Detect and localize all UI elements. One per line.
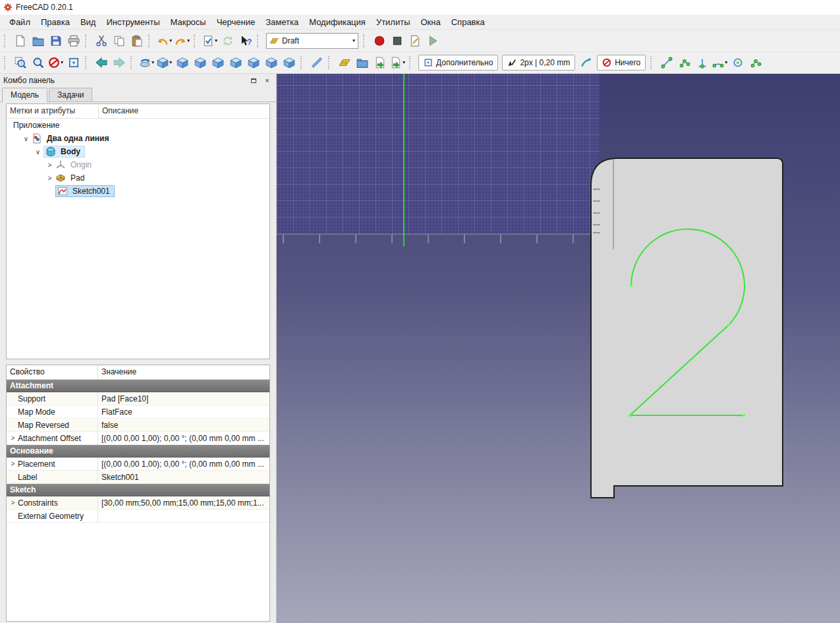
property-section-sketch[interactable]: Sketch bbox=[7, 484, 269, 496]
toolbar-handle[interactable] bbox=[194, 34, 197, 47]
dropdown-chevron-icon[interactable]: ▾ bbox=[215, 38, 217, 44]
snap-endpoint-button[interactable] bbox=[658, 54, 675, 71]
property-row-label[interactable]: Label Sketch001 bbox=[7, 471, 269, 484]
menu-utilities[interactable]: Утилиты bbox=[371, 15, 416, 29]
tree-row-pad[interactable]: > Pad bbox=[7, 171, 269, 185]
toolbar-handle[interactable] bbox=[4, 56, 7, 69]
property-row-map-reversed[interactable]: Map Reversed false bbox=[7, 419, 269, 432]
property-row-external-geometry[interactable]: External Geometry bbox=[7, 510, 269, 523]
open-document-button[interactable] bbox=[29, 32, 47, 49]
menu-annotation[interactable]: Заметка bbox=[260, 15, 304, 29]
tree-row-sketch[interactable]: Sketch001 bbox=[7, 185, 269, 198]
snap-perpendicular-button[interactable] bbox=[693, 54, 711, 71]
toolbar-handle[interactable] bbox=[409, 56, 412, 69]
toolbar-handle[interactable] bbox=[650, 56, 654, 69]
property-value[interactable]: false bbox=[98, 419, 269, 431]
draft-advanced-toggle[interactable]: Дополнительно bbox=[418, 55, 498, 71]
macro-edit-button[interactable] bbox=[406, 32, 424, 49]
dropdown-chevron-icon[interactable]: ▾ bbox=[725, 60, 727, 65]
tree-header-labels[interactable]: Метки и атрибуты bbox=[7, 104, 99, 118]
property-value[interactable]: FlatFace bbox=[98, 405, 269, 418]
3d-viewport[interactable] bbox=[277, 74, 840, 623]
nav-forward-button[interactable] bbox=[110, 54, 128, 71]
tree-row-body[interactable]: ∨ Body bbox=[7, 145, 269, 158]
toolbar-handle[interactable] bbox=[257, 34, 260, 47]
draft-subelement-button[interactable] bbox=[577, 54, 595, 71]
draft-heal-button[interactable] bbox=[371, 54, 389, 71]
snap-arc-button[interactable]: ▾ bbox=[711, 54, 729, 71]
fit-all-button[interactable] bbox=[11, 54, 29, 71]
tree-row-application[interactable]: Приложение bbox=[7, 119, 269, 132]
menu-tools[interactable]: Инструменты bbox=[101, 15, 165, 29]
dropdown-chevron-icon[interactable]: ▾ bbox=[169, 38, 172, 44]
macro-record-button[interactable] bbox=[370, 32, 388, 49]
copy-button[interactable] bbox=[110, 32, 128, 49]
tab-tasks[interactable]: Задачи bbox=[49, 88, 92, 102]
expander-open-icon[interactable]: ∨ bbox=[22, 135, 30, 142]
cut-button[interactable] bbox=[92, 32, 110, 49]
property-row-constraints[interactable]: >Constraints [30,00 mm;50,00 mm;15,00 mm… bbox=[7, 496, 269, 510]
print-button[interactable] bbox=[65, 32, 82, 49]
property-value[interactable]: [(0,00 0,00 1,00); 0,00 °; (0,00 mm 0,00… bbox=[98, 432, 269, 444]
property-row-placement[interactable]: >Placement [(0,00 0,00 1,00); 0,00 °; (0… bbox=[7, 458, 269, 471]
view-right-button[interactable] bbox=[227, 54, 244, 71]
dropdown-chevron-icon[interactable]: ▾ bbox=[169, 60, 172, 65]
menu-file[interactable]: Файл bbox=[4, 15, 36, 29]
snap-midpoint-button[interactable] bbox=[675, 54, 693, 71]
bounding-box-button[interactable] bbox=[65, 54, 82, 71]
expander-closed-icon[interactable]: > bbox=[46, 175, 53, 182]
menu-help[interactable]: Справка bbox=[446, 15, 490, 29]
view-front-button[interactable] bbox=[191, 54, 209, 71]
toolbar-handle[interactable] bbox=[85, 56, 88, 69]
snap-center-button[interactable] bbox=[729, 54, 746, 71]
property-section-attachment[interactable]: Attachment bbox=[7, 380, 269, 392]
property-value[interactable] bbox=[98, 510, 269, 522]
panel-close-button[interactable]: × bbox=[262, 76, 273, 86]
panel-float-button[interactable] bbox=[248, 76, 259, 86]
expander-closed-icon[interactable]: > bbox=[9, 434, 16, 442]
expander-closed-icon[interactable]: > bbox=[9, 499, 16, 506]
redo-button[interactable]: ▾ bbox=[173, 32, 191, 49]
save-button[interactable] bbox=[47, 32, 65, 49]
toolbar-handle[interactable] bbox=[130, 56, 134, 69]
dropdown-chevron-icon[interactable]: ▾ bbox=[61, 60, 63, 65]
menu-windows[interactable]: Окна bbox=[416, 15, 446, 29]
property-value[interactable]: [(0,00 0,00 1,00); 0,00 °; (0,00 mm 0,00… bbox=[98, 458, 269, 470]
undo-button[interactable]: ▾ bbox=[155, 32, 173, 49]
menu-view[interactable]: Вид bbox=[75, 15, 101, 29]
toolbar-handle[interactable] bbox=[363, 34, 366, 47]
nav-back-button[interactable] bbox=[92, 54, 110, 71]
new-document-button[interactable] bbox=[11, 32, 29, 49]
dropdown-chevron-icon[interactable]: ▾ bbox=[187, 38, 190, 44]
paste-button[interactable] bbox=[128, 32, 146, 49]
menu-modification[interactable]: Модификация bbox=[304, 15, 371, 29]
expander-open-icon[interactable]: ∨ bbox=[34, 148, 42, 156]
tree-row-document[interactable]: ∨ Два одна линия bbox=[7, 132, 269, 145]
toolbar-handle[interactable] bbox=[300, 56, 304, 69]
refresh-validate-button[interactable]: ▾ bbox=[201, 32, 219, 49]
menu-macros[interactable]: Макросы bbox=[165, 15, 211, 29]
toolbar-handle[interactable] bbox=[328, 56, 331, 69]
snap-none-button[interactable]: Ничего bbox=[597, 55, 646, 71]
property-row-map-mode[interactable]: Map Mode FlatFace bbox=[7, 405, 269, 419]
refresh-button[interactable] bbox=[219, 32, 237, 49]
menu-edit[interactable]: Правка bbox=[36, 15, 75, 29]
view-left-button[interactable] bbox=[280, 54, 298, 71]
draft-utility-button[interactable]: ▾ bbox=[389, 54, 406, 71]
box-zoom-button[interactable] bbox=[29, 54, 47, 71]
tree-header-description[interactable]: Описание bbox=[99, 104, 269, 118]
property-section-base[interactable]: Основание bbox=[7, 445, 269, 458]
property-row-support[interactable]: Support Pad [Face10] bbox=[7, 392, 269, 405]
expander-closed-icon[interactable]: > bbox=[9, 460, 16, 467]
expander-closed-icon[interactable]: > bbox=[46, 162, 53, 169]
toolbar-handle[interactable] bbox=[85, 34, 88, 47]
workbench-selector[interactable]: Draft ▾ bbox=[266, 33, 358, 49]
macro-stop-button[interactable] bbox=[388, 32, 406, 49]
view-isometric-button[interactable]: ▾ bbox=[155, 54, 173, 71]
property-value[interactable]: Pad [Face10] bbox=[98, 392, 269, 405]
toolbar-handle[interactable] bbox=[148, 34, 152, 47]
property-row-attachment-offset[interactable]: >Attachment Offset [(0,00 0,00 1,00); 0,… bbox=[7, 432, 269, 445]
view-rear-button[interactable] bbox=[244, 54, 262, 71]
draft-group-button[interactable] bbox=[353, 54, 371, 71]
view-fly-button[interactable]: ▾ bbox=[138, 54, 155, 71]
